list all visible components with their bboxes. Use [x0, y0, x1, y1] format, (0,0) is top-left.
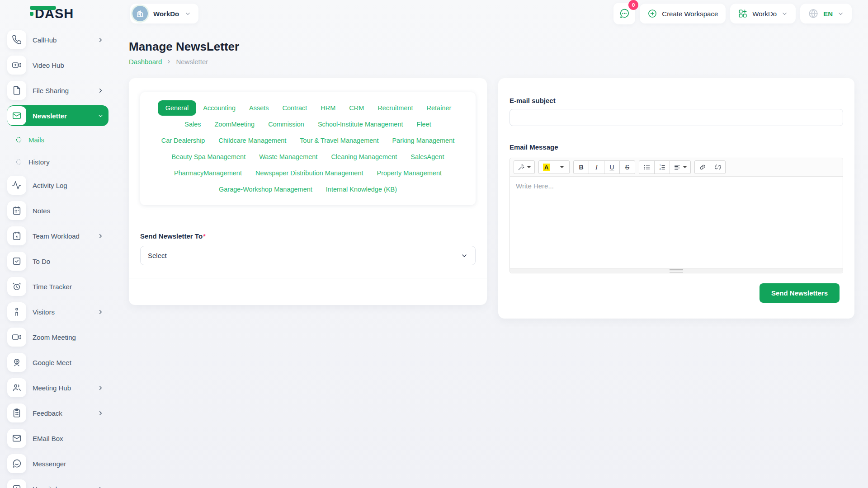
sidebar-item-activity-log[interactable]: Activity Log [7, 175, 108, 196]
dashed-circle-icon [15, 136, 22, 143]
editor-resize-handle[interactable] [510, 268, 843, 273]
font-color-more-button[interactable] [554, 160, 570, 174]
clipboard-icon [7, 404, 26, 422]
apps-menu-button[interactable]: WorkDo [730, 4, 796, 23]
sidebar-item-newsletter[interactable]: Newsletter [7, 105, 108, 126]
email-subject-input[interactable] [509, 109, 843, 126]
module-tab-contract[interactable]: Contract [276, 101, 314, 115]
create-workspace-button[interactable]: Create Workspace [640, 4, 726, 23]
sidebar-item-video-hub[interactable]: Video Hub [7, 55, 108, 75]
module-tab-parking-management[interactable]: Parking Management [385, 134, 461, 147]
ordered-list-button[interactable]: 12 [654, 160, 670, 174]
link-button[interactable] [694, 160, 710, 174]
module-tab-beauty-spa-management[interactable]: Beauty Spa Management [165, 150, 253, 164]
sidebar-item-label: Feedback [33, 409, 62, 417]
module-tab-general[interactable]: General [158, 100, 197, 116]
calendar-icon [7, 226, 26, 245]
module-tab-assets[interactable]: Assets [242, 101, 276, 115]
module-tab-recruitment[interactable]: Recruitment [371, 101, 420, 115]
module-tab-zoommeeting[interactable]: ZoomMeeting [208, 117, 262, 131]
module-tab-crm[interactable]: CRM [342, 101, 371, 115]
chevron-down-icon [781, 10, 788, 17]
module-tab-accounting[interactable]: Accounting [196, 101, 242, 115]
italic-button[interactable]: I [589, 160, 604, 174]
paragraph-align-button[interactable] [670, 160, 691, 174]
module-tab-row: Beauty Spa ManagementWaste ManagementCle… [145, 149, 471, 165]
sidebar-item-time-tracker[interactable]: Time Tracker [7, 276, 108, 297]
workspace-name: WorkDo [153, 10, 179, 18]
module-tab-sales[interactable]: Sales [178, 117, 208, 131]
newsletter-config-card: GeneralAccountingAssetsContractHRMCRMRec… [129, 78, 487, 305]
module-tab-retainer[interactable]: Retainer [420, 101, 458, 115]
sidebar-item-notes[interactable]: Notes [7, 200, 108, 221]
module-tab-commission[interactable]: Commission [261, 117, 311, 131]
topbar-actions: 0 Create Workspace WorkDo EN [613, 3, 852, 24]
sidebar-subitem-label: History [28, 158, 50, 166]
sidebar-item-meeting-hub[interactable]: Meeting Hub [7, 377, 108, 398]
sidebar-item-google-meet[interactable]: Google Meet [7, 352, 108, 373]
sidebar-item-callhub[interactable]: CallHub [7, 29, 108, 50]
module-tab-car-dealership[interactable]: Car Dealership [155, 134, 212, 147]
sidebar-item-feedback[interactable]: Feedback [7, 403, 108, 423]
style-dropdown-button[interactable] [514, 160, 535, 174]
module-tab-garage-workshop-management[interactable]: Garage-Workshop Management [212, 183, 319, 196]
magic-wand-icon [518, 164, 525, 171]
bold-button[interactable]: B [573, 160, 589, 174]
module-tab-newspaper-distribution-management[interactable]: Newspaper Distribution Management [249, 166, 370, 180]
sidebar-subitem-mails[interactable]: Mails [7, 131, 108, 149]
sidebar-item-label: Google Meet [33, 359, 71, 366]
language-button[interactable]: EN [800, 4, 852, 23]
module-tab-cleaning-management[interactable]: Cleaning Management [324, 150, 404, 164]
underline-glyph: U [609, 164, 614, 171]
logo-dot-icon [30, 12, 33, 16]
chevron-down-icon [837, 10, 844, 17]
module-tab-waste-management[interactable]: Waste Management [252, 150, 324, 164]
breadcrumb-dashboard-link[interactable]: Dashboard [129, 58, 162, 66]
editor-body[interactable]: Write Here... [510, 177, 843, 268]
sidebar-item-label: Meeting Hub [33, 384, 71, 392]
module-tab-childcare-management[interactable]: Childcare Management [212, 134, 293, 147]
drag-handle-icon [670, 271, 683, 271]
send-to-select[interactable]: Select [140, 246, 476, 265]
workspace-switcher[interactable]: WorkDo [130, 4, 198, 23]
sidebar-item-zoom-meeting[interactable]: Zoom Meeting [7, 327, 108, 347]
sidebar-item-file-sharing[interactable]: File Sharing [7, 80, 108, 101]
sidebar-item-messenger[interactable]: Messenger [7, 453, 108, 474]
module-tab-internal-knowledge-kb[interactable]: Internal Knowledge (KB) [319, 183, 404, 196]
underline-button[interactable]: U [604, 160, 620, 174]
send-to-select-value: Select [148, 252, 167, 259]
main-content: Manage NewsLetter Dashboard Newsletter G… [129, 27, 868, 488]
sidebar-subitem-history[interactable]: History [7, 153, 108, 171]
toolbar-group [514, 160, 535, 174]
sidebar-item-to-do[interactable]: To Do [7, 251, 108, 272]
module-tab-property-management[interactable]: Property Management [370, 166, 448, 180]
chevron-right-icon [97, 87, 104, 94]
module-tab-school-institute-management[interactable]: School-Institute Management [311, 117, 410, 131]
card-divider [129, 278, 487, 278]
create-workspace-label: Create Workspace [662, 10, 718, 18]
module-tab-salesagent[interactable]: SalesAgent [404, 150, 451, 164]
font-color-button[interactable]: A [538, 160, 554, 174]
unordered-list-button[interactable] [639, 160, 655, 174]
chevron-down-icon [97, 113, 104, 119]
module-tab-pharmacymanagement[interactable]: PharmacyManagement [167, 166, 249, 180]
grid-plus-icon [738, 9, 748, 19]
sidebar-item-team-workload[interactable]: Team Workload [7, 225, 108, 246]
sidebar-item-visitors[interactable]: Visitors [7, 301, 108, 322]
unlink-button[interactable] [710, 160, 726, 174]
chevron-right-icon [97, 233, 104, 239]
strikethrough-button[interactable]: S [619, 160, 635, 174]
chevron-right-icon [97, 37, 104, 43]
module-tab-tour-travel-management[interactable]: Tour & Travel Management [293, 134, 385, 147]
chevron-right-icon [166, 59, 172, 65]
apps-menu-label: WorkDo [752, 10, 777, 18]
video-plus-icon [7, 56, 26, 75]
module-tab-hrm[interactable]: HRM [314, 101, 342, 115]
svg-text:2: 2 [659, 168, 660, 170]
sidebar-item-hospital[interactable]: Hospital [7, 479, 108, 488]
module-tab-row: Garage-Workshop ManagementInternal Knowl… [145, 181, 471, 197]
module-tab-fleet[interactable]: Fleet [410, 117, 438, 131]
messages-button[interactable]: 0 [613, 3, 635, 24]
send-newsletters-button[interactable]: Send Newsletters [760, 283, 840, 303]
sidebar-item-email-box[interactable]: EMail Box [7, 428, 108, 449]
